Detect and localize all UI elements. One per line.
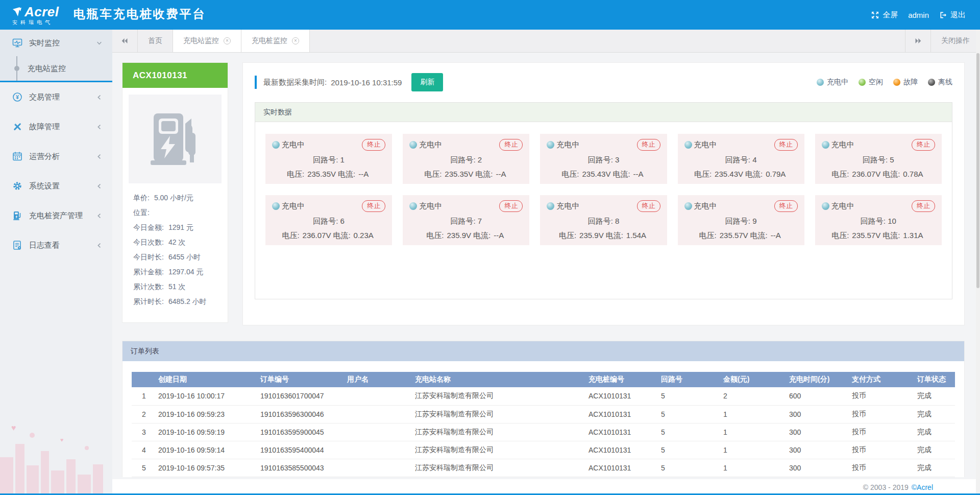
sidebar-item-station-monitor[interactable]: 充电站监控	[0, 56, 112, 81]
device-stat-today-count: 今日次数:42 次	[129, 235, 222, 250]
transaction-icon: ¥	[12, 92, 22, 102]
gear-icon	[12, 181, 22, 191]
sidebar-item-realtime-monitor[interactable]: 实时监控	[0, 30, 112, 56]
terminate-button[interactable]: 终止	[499, 200, 523, 212]
terminate-button[interactable]: 终止	[912, 139, 935, 151]
copyright-text: © 2003 - 2019	[863, 483, 909, 491]
close-tab-icon[interactable]: ×	[224, 37, 231, 44]
tab-bar: 首页 充电站监控 × 充电桩监控 × 关闭操作	[112, 30, 980, 53]
device-stat-total-count: 累计次数:51 次	[129, 279, 222, 294]
sidebar-item-logs[interactable]: 日志查看	[0, 230, 112, 260]
device-stat-location: 位置:	[129, 205, 222, 220]
charging-status-icon	[409, 202, 417, 210]
chevron-left-icon	[96, 243, 102, 248]
legend-offline: 离线	[928, 78, 952, 87]
terminate-button[interactable]: 终止	[499, 139, 523, 151]
charging-status-icon	[547, 141, 554, 149]
table-row: 42019-10-16 09:59:141910163595400044江苏安科…	[132, 441, 955, 459]
collect-time-label: 最新数据采集时间:	[263, 78, 327, 87]
terminate-button[interactable]: 终止	[637, 200, 660, 212]
device-image-box	[129, 95, 222, 183]
close-tab-icon[interactable]: ×	[292, 37, 299, 44]
fullscreen-button[interactable]: 全屏	[871, 10, 898, 20]
sidebar-item-label: 交易管理	[29, 92, 60, 102]
fault-icon	[12, 122, 22, 132]
decorative-skyline: ♥ ♥	[0, 423, 112, 495]
sidebar-item-transactions[interactable]: ¥ 交易管理	[0, 82, 112, 112]
realtime-section: 最新数据采集时间: 2019-10-16 10:31:59 刷新 充电中 空闲 …	[242, 62, 965, 325]
vertical-scrollbar[interactable]	[976, 30, 980, 493]
device-stat-unit-price: 单价:5.00 小时/元	[129, 191, 222, 205]
acrel-logo-icon	[12, 7, 22, 17]
circuit-card-4: 充电中终止 回路号: 4 电压:235.43V电流:0.79A	[678, 134, 804, 184]
brand-name: Acrel	[24, 5, 59, 18]
sidebar-item-system-settings[interactable]: 系统设置	[0, 171, 112, 201]
status-legend: 充电中 空闲 故障 离线	[817, 78, 952, 87]
logout-button[interactable]: 退出	[939, 10, 966, 20]
tab-pile-monitor[interactable]: 充电桩监控 ×	[241, 30, 310, 52]
tab-home[interactable]: 首页	[138, 30, 173, 52]
close-operations-menu[interactable]: 关闭操作	[930, 30, 980, 52]
circuit-card-2: 充电中终止 回路号: 2 电压:235.35V电流:--A	[403, 134, 529, 184]
terminate-button[interactable]: 终止	[637, 139, 660, 151]
user-menu[interactable]: admin	[908, 11, 929, 19]
chevron-left-icon	[96, 95, 102, 100]
col-charge-minutes: 充电时间(分)	[787, 372, 850, 387]
table-row: 52019-10-16 09:57:351910163585500043江苏安科…	[132, 459, 955, 477]
circuit-card-8: 充电中终止 回路号: 8 电压:235.9V电流:1.54A	[540, 195, 667, 245]
terminate-button[interactable]: 终止	[774, 200, 798, 212]
logout-label: 退出	[950, 10, 966, 20]
chevron-left-icon	[96, 213, 102, 219]
orders-table: 创建日期 订单编号 用户名 充电站名称 充电桩编号 回路号 金额(元) 充电时间…	[132, 372, 955, 477]
acrel-logo: Acrel 安科瑞电气	[12, 5, 59, 25]
sidebar-group-realtime: 实时监控 充电站监控	[0, 30, 112, 82]
realtime-data-panel: 实时数据 充电中终止 回路号: 1 电压:235.35V电流:--A 充电中终止…	[255, 102, 952, 299]
fault-status-icon	[893, 79, 900, 86]
fullscreen-icon	[871, 11, 879, 19]
chevron-left-icon	[96, 124, 102, 130]
tabs-scroll-right-button[interactable]	[905, 30, 930, 52]
col-circuit-no: 回路号	[659, 372, 721, 387]
col-order-status: 订单状态	[915, 372, 955, 387]
tab-label: 充电站监控	[183, 36, 219, 45]
device-stat-total-amount: 累计金额:1297.04 元	[129, 265, 222, 279]
subitem-rail	[16, 56, 17, 81]
terminate-button[interactable]: 终止	[362, 200, 385, 212]
terminate-button[interactable]: 终止	[912, 200, 935, 212]
tabs-scroll-left-button[interactable]	[112, 30, 138, 52]
svg-text:¥: ¥	[16, 95, 19, 100]
refresh-button[interactable]: 刷新	[411, 73, 443, 91]
device-id-header: ACX1010131	[122, 63, 228, 88]
circuit-card-9: 充电中终止 回路号: 9 电压:235.57V电流:--A	[678, 195, 804, 245]
close-operations-label: 关闭操作	[941, 36, 970, 45]
sidebar-item-operations-analysis[interactable]: 运营分析	[0, 142, 112, 171]
orders-header-row: 创建日期 订单编号 用户名 充电站名称 充电桩编号 回路号 金额(元) 充电时间…	[132, 372, 955, 387]
legend-charging: 充电中	[817, 78, 848, 87]
terminate-button[interactable]: 终止	[774, 139, 798, 151]
charging-status-icon	[817, 79, 824, 86]
collect-time-value: 2019-10-16 10:31:59	[331, 78, 402, 87]
sidebar-subitem-label: 充电站监控	[28, 64, 66, 74]
sidebar-item-pile-assets[interactable]: 充电桩资产管理	[0, 201, 112, 230]
circuit-card-5: 充电中终止 回路号: 5 电压:236.07V电流:0.78A	[815, 134, 942, 184]
device-stat-total-duration: 累计时长:6485.2 小时	[129, 294, 222, 309]
terminate-button[interactable]: 终止	[362, 139, 385, 151]
charging-status-icon	[547, 202, 554, 210]
chevron-left-icon	[96, 154, 102, 159]
scrollbar-thumb[interactable]	[976, 53, 979, 288]
sidebar-item-label: 实时监控	[29, 38, 60, 48]
page-title: 电瓶车充电桩收费平台	[74, 6, 206, 25]
idle-status-icon	[859, 79, 866, 86]
charging-status-icon	[822, 202, 829, 210]
device-stat-today-duration: 今日时长:6455 小时	[129, 250, 222, 265]
circuit-card-7: 充电中终止 回路号: 7 电压:235.9V电流:--A	[403, 195, 529, 245]
fullscreen-label: 全屏	[883, 10, 898, 20]
sidebar-item-label: 运营分析	[29, 152, 60, 161]
log-icon	[12, 240, 22, 250]
charging-pile-icon	[12, 210, 22, 221]
footer-brand-link[interactable]: ©Acrel	[912, 483, 933, 491]
sidebar-item-faults[interactable]: 故障管理	[0, 112, 112, 142]
charging-status-icon	[822, 141, 829, 149]
tab-station-monitor[interactable]: 充电站监控 ×	[173, 30, 241, 52]
device-card: ACX1010131	[122, 62, 228, 323]
